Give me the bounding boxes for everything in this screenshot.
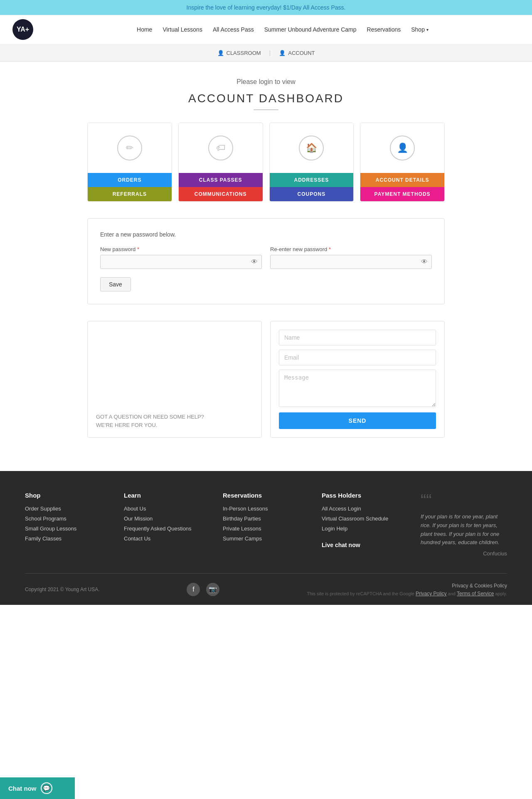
contact-name-input[interactable] (279, 330, 436, 345)
quote-text: If your plan is for one year, plant rice… (421, 513, 507, 547)
reenter-password-group: Re-enter new password * 👁 (270, 246, 432, 269)
footer-shop-col: Shop Order Supplies School Programs Smal… (25, 492, 111, 557)
nav-home[interactable]: Home (137, 26, 152, 33)
main-content: Please login to view ACCOUNT DASHBOARD ✏… (79, 62, 453, 471)
privacy-policy-link[interactable]: Privacy Policy (416, 591, 447, 597)
card-addresses-icon-area: 🏠 (270, 123, 354, 173)
new-password-input[interactable] (100, 255, 262, 269)
quote-author: Confucius (421, 550, 507, 557)
footer-grid: Shop Order Supplies School Programs Smal… (25, 492, 507, 557)
contact-email-input[interactable] (279, 350, 436, 365)
contact-message-input[interactable] (279, 370, 436, 407)
footer-link-contact[interactable]: Contact Us (124, 535, 150, 542)
new-password-label: New password * (100, 246, 262, 252)
banner-text: Inspire the love of learning everyday! $… (187, 4, 346, 11)
card-class-passes[interactable]: 🏷 CLASS PASSES COMMUNICATIONS (178, 123, 263, 202)
footer-learn-col: Learn About Us Our Mission Frequently As… (124, 492, 210, 557)
required-marker-2: * (329, 246, 331, 252)
card-class-passes-icon-area: 🏷 (179, 123, 263, 173)
classroom-nav-item[interactable]: 👤 CLASSROOM (217, 50, 261, 56)
card-addresses[interactable]: 🏠 ADDRESSES COUPONS (269, 123, 354, 202)
nav-all-access[interactable]: All Access Pass (213, 26, 254, 33)
toggle-new-password-icon[interactable]: 👁 (251, 258, 258, 266)
footer-link-private-lessons[interactable]: Private Lessons (223, 525, 261, 532)
footer-quote-col: ““ If your plan is for one year, plant r… (421, 492, 507, 557)
card-account-details[interactable]: 👤 ACCOUNT DETAILS PAYMENT METHODS (360, 123, 445, 202)
footer-link-all-access-login[interactable]: All Access Login (322, 506, 361, 512)
recaptcha-text: This site is protected by reCAPTCHA and … (307, 591, 507, 597)
card-payment-methods-label[interactable]: PAYMENT METHODS (360, 187, 444, 201)
classroom-person-icon: 👤 (217, 50, 224, 56)
card-communications-label[interactable]: COMMUNICATIONS (179, 187, 263, 201)
footer-passholders-col: Pass Holders All Access Login Virtual Cl… (322, 492, 408, 557)
card-class-passes-label[interactable]: CLASS PASSES (179, 173, 263, 187)
footer-link-order-supplies[interactable]: Order Supplies (25, 506, 61, 512)
nav-divider: | (269, 49, 271, 56)
footer-right-links: Privacy & Cookies Policy This site is pr… (307, 582, 507, 597)
reenter-password-input[interactable] (270, 255, 432, 269)
footer-shop-title: Shop (25, 492, 111, 499)
reenter-password-wrapper: 👁 (270, 255, 432, 269)
required-marker: * (137, 246, 139, 252)
footer-live-chat-link[interactable]: Live chat now (322, 542, 360, 548)
privacy-cookies-link[interactable]: Privacy & Cookies Policy (452, 583, 507, 589)
card-coupons-label[interactable]: COUPONS (270, 187, 354, 201)
account-nav-item[interactable]: 👤 ACCOUNT (279, 50, 315, 56)
nav-virtual-lessons[interactable]: Virtual Lessons (163, 26, 202, 33)
nav-reservations[interactable]: Reservations (367, 26, 401, 33)
contact-help-text: GOT A QUESTION OR NEED SOME HELP? WE'RE … (96, 413, 253, 429)
footer-link-mission[interactable]: Our Mission (124, 515, 153, 522)
save-password-button[interactable]: Save (100, 277, 131, 291)
footer-link-birthday-parties[interactable]: Birthday Parties (223, 515, 261, 522)
reenter-password-label: Re-enter new password * (270, 246, 432, 252)
contact-section: GOT A QUESTION OR NEED SOME HELP? WE'RE … (87, 321, 445, 438)
send-button[interactable]: SEND (279, 412, 436, 429)
footer-link-about-us[interactable]: About Us (124, 506, 146, 512)
account-person-icon: 👤 (279, 50, 286, 56)
card-orders-label[interactable]: ORDERS (88, 173, 172, 187)
contact-left-panel: GOT A QUESTION OR NEED SOME HELP? WE'RE … (87, 321, 262, 438)
card-addresses-label[interactable]: ADDRESSES (270, 173, 354, 187)
footer-link-small-group[interactable]: Small Group Lessons (25, 525, 76, 532)
home-icon: 🏠 (299, 136, 324, 160)
new-password-group: New password * 👁 (100, 246, 262, 269)
navbar: YA+ Home Virtual Lessons All Access Pass… (0, 15, 532, 44)
contact-right-panel: SEND (270, 321, 445, 438)
footer-link-virtual-classroom[interactable]: Virtual Classroom Schedule (322, 515, 388, 522)
footer-link-summer-camps[interactable]: Summer Camps (223, 535, 262, 542)
pencil-icon: ✏ (117, 136, 142, 160)
toggle-reenter-password-icon[interactable]: 👁 (421, 258, 428, 266)
footer-copyright: Copyright 2021 © Young Art USA. (25, 587, 100, 592)
footer-link-family-classes[interactable]: Family Classes (25, 535, 62, 542)
dashboard-title: ACCOUNT DASHBOARD (87, 92, 445, 105)
instagram-icon[interactable]: 📷 (206, 583, 219, 596)
footer: Shop Order Supplies School Programs Smal… (0, 471, 532, 605)
card-account-details-icon-area: 👤 (360, 123, 444, 173)
footer-link-login-help[interactable]: Login Help (322, 525, 347, 532)
footer-link-faq[interactable]: Frequently Asked Questions (124, 525, 192, 532)
login-prompt: Please login to view (87, 78, 445, 86)
terms-link[interactable]: Terms of Service (457, 591, 494, 597)
footer-passholders-title: Pass Holders (322, 492, 408, 499)
footer-link-school-programs[interactable]: School Programs (25, 515, 66, 522)
facebook-icon[interactable]: f (187, 583, 200, 596)
footer-reservations-col: Reservations In-Person Lessons Birthday … (223, 492, 309, 557)
card-account-details-label[interactable]: ACCOUNT DETAILS (360, 173, 444, 187)
logo: YA+ (12, 19, 33, 40)
nav-summer-camp[interactable]: Summer Unbound Adventure Camp (264, 26, 357, 33)
card-referrals-label[interactable]: REFERRALS (88, 187, 172, 201)
password-form-row: New password * 👁 Re-enter new password *… (100, 246, 432, 269)
footer-social: f 📷 (187, 583, 219, 596)
password-instruction: Enter a new password below. (100, 231, 432, 238)
footer-bottom: Copyright 2021 © Young Art USA. f 📷 Priv… (25, 573, 507, 597)
new-password-wrapper: 👁 (100, 255, 262, 269)
footer-reservations-title: Reservations (223, 492, 309, 499)
card-orders[interactable]: ✏ ORDERS REFERRALS (87, 123, 172, 202)
password-section: Enter a new password below. New password… (87, 218, 445, 304)
footer-link-in-person[interactable]: In-Person Lessons (223, 506, 268, 512)
title-divider (254, 109, 278, 110)
tag-icon: 🏷 (208, 136, 233, 160)
shop-chevron-icon: ▾ (426, 27, 429, 32)
card-orders-icon-area: ✏ (88, 123, 172, 173)
nav-shop[interactable]: Shop ▾ (411, 26, 429, 33)
